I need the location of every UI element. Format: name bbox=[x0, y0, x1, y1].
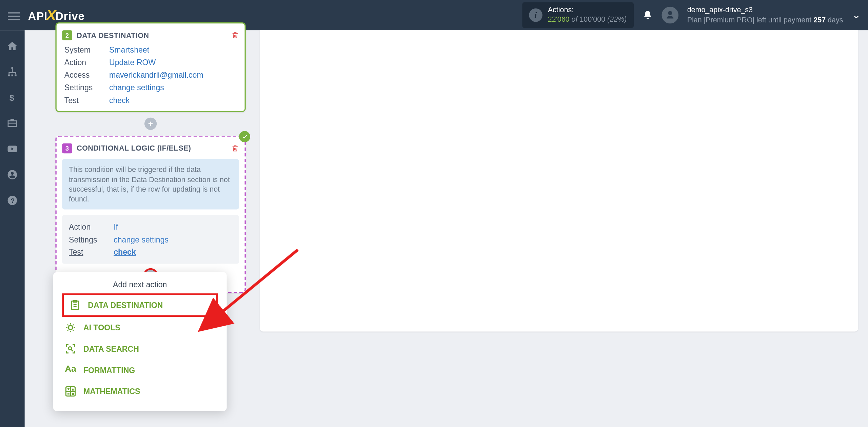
plan-text: Plan |Premium PRO| left until payment bbox=[687, 16, 814, 24]
value-action[interactable]: If bbox=[114, 221, 118, 233]
card-title: CONDITIONAL LOGIC (IF/ELSE) bbox=[77, 144, 191, 153]
svg-rect-1 bbox=[8, 75, 10, 77]
value-settings[interactable]: change settings bbox=[109, 81, 164, 94]
actions-total: 100'000 bbox=[579, 15, 605, 24]
label-settings: Settings bbox=[69, 233, 114, 246]
svg-rect-2 bbox=[12, 75, 14, 77]
chevron-down-icon[interactable]: ⌄ bbox=[852, 9, 861, 21]
label-access: Access bbox=[64, 69, 109, 81]
actions-of: of bbox=[570, 15, 580, 24]
user-avatar-icon[interactable] bbox=[662, 7, 678, 24]
help-icon[interactable]: ? bbox=[7, 195, 18, 206]
step-badge-2: 2 bbox=[62, 30, 72, 40]
popup-label: DATA DESTINATION bbox=[88, 301, 163, 310]
logo-x: X bbox=[46, 6, 56, 23]
math-icon bbox=[64, 385, 77, 397]
value-action[interactable]: Update ROW bbox=[109, 56, 156, 69]
actions-count: 22'060 bbox=[548, 15, 570, 24]
value-test[interactable]: check bbox=[114, 246, 136, 258]
profile-icon[interactable] bbox=[7, 169, 18, 180]
condition-info: This condition will be triggered if the … bbox=[62, 159, 239, 210]
user-info[interactable]: demo_apix-drive_s3 Plan |Premium PRO| le… bbox=[687, 5, 843, 25]
popup-label: MATHEMATICS bbox=[83, 387, 140, 396]
ai-gear-icon bbox=[64, 322, 77, 334]
svg-rect-3 bbox=[15, 75, 17, 77]
actions-counter[interactable]: i Actions: 22'060 of 100'000 (22%) bbox=[522, 2, 633, 28]
youtube-icon[interactable] bbox=[7, 143, 18, 155]
logo[interactable]: APIXDrive bbox=[28, 6, 85, 24]
value-test[interactable]: check bbox=[109, 94, 130, 106]
popup-label: FORMATTING bbox=[83, 366, 135, 374]
step-badge-3: 3 bbox=[62, 143, 72, 154]
plan-days: 257 bbox=[813, 16, 826, 24]
info-icon: i bbox=[529, 8, 542, 22]
add-action-popup: Add next action DATA DESTINATION AI TOOL… bbox=[53, 272, 227, 411]
bell-icon[interactable] bbox=[643, 10, 653, 20]
left-sidebar: $ ? bbox=[0, 30, 25, 427]
data-destination-card: 2 DATA DESTINATION SystemSmartsheet Acti… bbox=[55, 22, 245, 112]
value-access[interactable]: maverickandrii@gmail.com bbox=[109, 69, 203, 81]
popup-label: AI TOOLS bbox=[83, 323, 120, 332]
label-system: System bbox=[64, 44, 109, 56]
value-system[interactable]: Smartsheet bbox=[109, 44, 149, 56]
trash-icon[interactable] bbox=[231, 31, 239, 39]
popup-item-formatting[interactable]: Aa FORMATTING bbox=[59, 360, 221, 381]
card-title: DATA DESTINATION bbox=[77, 31, 149, 40]
conditional-logic-card: 3 CONDITIONAL LOGIC (IF/ELSE) This condi… bbox=[55, 135, 245, 293]
logo-text2: Drive bbox=[55, 10, 85, 22]
label-action: Action bbox=[64, 56, 109, 69]
popup-label: DATA SEARCH bbox=[83, 344, 139, 353]
plan-text2: days bbox=[826, 16, 843, 24]
dollar-icon[interactable]: $ bbox=[7, 92, 18, 103]
trash-icon[interactable] bbox=[231, 144, 239, 152]
svg-text:?: ? bbox=[11, 197, 15, 204]
logo-text: API bbox=[28, 10, 48, 22]
text-aa-icon: Aa bbox=[64, 364, 77, 376]
label-test: Test bbox=[69, 246, 114, 258]
actions-label: Actions: bbox=[548, 6, 627, 15]
hamburger-icon[interactable] bbox=[8, 10, 20, 20]
home-icon[interactable] bbox=[7, 40, 18, 52]
actions-pct: (22%) bbox=[605, 15, 627, 24]
popup-item-data-search[interactable]: DATA SEARCH bbox=[59, 338, 221, 360]
popup-item-mathematics[interactable]: MATHEMATICS bbox=[59, 381, 221, 402]
scan-icon bbox=[64, 343, 77, 355]
user-name: demo_apix-drive_s3 bbox=[687, 5, 843, 15]
popup-item-ai-tools[interactable]: AI TOOLS bbox=[59, 317, 221, 338]
add-step-button[interactable]: + bbox=[144, 118, 157, 130]
svg-text:$: $ bbox=[9, 93, 14, 102]
svg-rect-0 bbox=[12, 67, 14, 69]
svg-point-10 bbox=[68, 326, 73, 330]
popup-title: Add next action bbox=[59, 280, 221, 289]
value-settings[interactable]: change settings bbox=[114, 233, 169, 246]
popup-item-data-destination[interactable]: DATA DESTINATION bbox=[63, 294, 217, 316]
svg-point-11 bbox=[68, 347, 72, 350]
briefcase-icon[interactable] bbox=[7, 118, 18, 129]
label-settings: Settings bbox=[64, 81, 109, 94]
main-content-panel bbox=[260, 30, 858, 331]
label-test: Test bbox=[64, 94, 109, 106]
label-action: Action bbox=[69, 221, 114, 233]
clipboard-icon bbox=[69, 299, 81, 311]
connections-icon[interactable] bbox=[7, 66, 18, 77]
check-badge-icon bbox=[239, 131, 250, 142]
